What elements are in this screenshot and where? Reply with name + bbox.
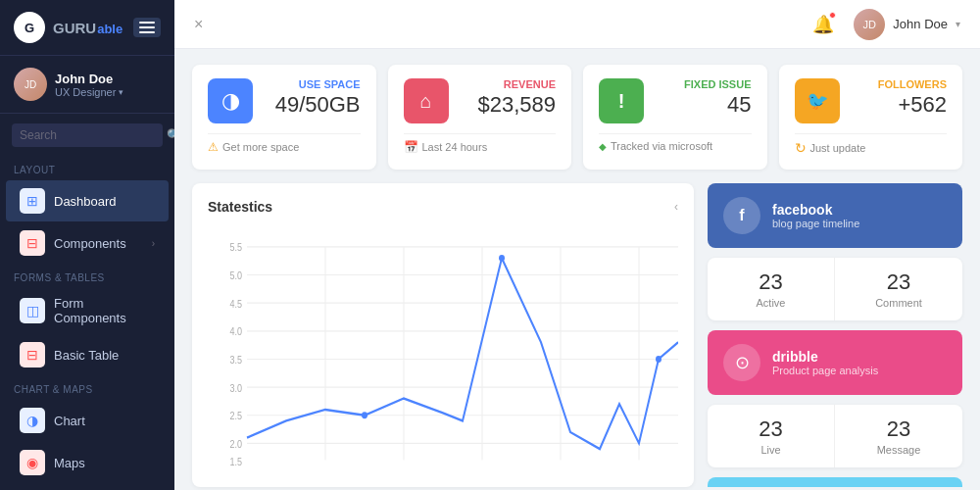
basic-table-label: Basic Table (54, 348, 119, 363)
sidebar-section-layout: Layout ⊞ Dashboard ⊟ Components › (0, 157, 174, 265)
maps-icon: ◉ (20, 450, 45, 475)
facebook-active-stat: 23 Active (708, 258, 835, 320)
svg-text:4.5: 4.5 (230, 298, 242, 310)
topbar-user[interactable]: JD John Doe ▾ (854, 9, 960, 40)
svg-text:3.0: 3.0 (230, 382, 242, 394)
followers-icon: 🐦 (795, 78, 840, 123)
facebook-name: facebook (772, 202, 859, 218)
revenue-footer: 📅 Last 24 hours (404, 133, 557, 154)
main-content: × 🔔 JD John Doe ▾ ◑ Use space 49/50 (174, 0, 980, 490)
form-components-icon: ◫ (20, 298, 45, 323)
sidebar-header: G GURUable (0, 0, 174, 56)
svg-text:5.5: 5.5 (230, 242, 242, 254)
dribble-message-label: Message (851, 444, 947, 456)
followers-footer: ↻ Just update (795, 133, 948, 156)
chart-label: Chart (54, 414, 85, 428)
logo-text: G (24, 21, 34, 35)
page-content: ◑ Use space 49/50GB ⚠ Get more space ⌂ (174, 49, 980, 490)
update-icon: ↻ (795, 140, 807, 156)
svg-text:2.0: 2.0 (230, 438, 242, 450)
facebook-comment-label: Comment (851, 297, 947, 309)
facebook-info: facebook blog page timeline (772, 202, 859, 229)
dashboard-icon: ⊞ (20, 188, 45, 214)
stat-card-use-space: ◑ Use space 49/50GB ⚠ Get more space (192, 65, 376, 170)
svg-text:5.0: 5.0 (230, 270, 242, 282)
sidebar-user: JD John Doe UX Designer ▾ (0, 56, 174, 114)
sidebar-item-basic-table[interactable]: ⊟ Basic Table (6, 334, 169, 375)
user-caret-icon: ▾ (956, 19, 960, 29)
svg-text:3.5: 3.5 (230, 354, 242, 366)
sidebar-item-components[interactable]: ⊟ Components › (6, 222, 169, 264)
fixed-issue-icon: ! (599, 78, 644, 123)
form-components-label: Form Components (54, 296, 155, 325)
search-box[interactable]: 🔍 (12, 123, 163, 147)
dribble-live-label: Live (723, 444, 818, 456)
sidebar-item-dashboard[interactable]: ⊞ Dashboard (6, 180, 169, 221)
followers-label: Followers (878, 78, 947, 90)
chart-icon: ◑ (20, 408, 45, 433)
dribble-message-value: 23 (851, 416, 947, 442)
facebook-stats-card: 23 Active 23 Comment (708, 258, 962, 320)
fixed-issue-value: 45 (727, 92, 751, 118)
bottom-row: Statestics ‹ (192, 183, 962, 487)
revenue-icon: ⌂ (404, 78, 449, 123)
facebook-active-value: 23 (723, 270, 818, 295)
section-title-forms: Forms & Tables (0, 265, 174, 287)
facebook-comment-value: 23 (851, 270, 947, 295)
statistics-header: Statestics ‹ (208, 199, 678, 215)
facebook-active-label: Active (723, 297, 818, 309)
tracked-icon: ◆ (599, 141, 607, 152)
topbar: × 🔔 JD John Doe ▾ (174, 0, 980, 49)
social-panel: f facebook blog page timeline 23 Active … (708, 183, 962, 487)
fixed-issue-label: Fixed issue (684, 78, 751, 90)
svg-point-24 (656, 356, 662, 363)
followers-value: +562 (898, 92, 947, 118)
use-space-icon: ◑ (208, 78, 253, 123)
revenue-value: $23,589 (477, 92, 556, 118)
user-name: John Doe (55, 72, 123, 86)
components-icon: ⊟ (20, 230, 45, 256)
user-info: John Doe UX Designer ▾ (55, 72, 123, 98)
dribble-description: Product page analysis (772, 365, 878, 376)
close-icon[interactable]: × (194, 16, 203, 33)
sidebar: G GURUable JD John Doe UX Designer ▾ 🔍 L… (0, 0, 174, 490)
chart-area: 5.5 5.0 4.5 4.0 3.5 3.0 2.5 2.0 1.5 (208, 224, 678, 471)
search-icon: 🔍 (167, 128, 174, 142)
section-title-charts: Chart & Maps (0, 376, 174, 399)
sidebar-item-form-components[interactable]: ◫ Form Components (6, 288, 169, 333)
dribble-live-value: 23 (723, 416, 818, 442)
use-space-label: Use space (299, 78, 361, 90)
sidebar-item-pages[interactable]: ⊞ Pages › (6, 484, 169, 490)
chevron-right-icon: › (152, 238, 155, 249)
calendar-icon: 📅 (404, 140, 418, 154)
statistics-chart: 5.5 5.0 4.5 4.0 3.5 3.0 2.5 2.0 1.5 (208, 224, 678, 471)
statistics-chevron-icon[interactable]: ‹ (674, 200, 678, 214)
avatar: JD (14, 68, 47, 101)
warning-icon: ⚠ (208, 140, 219, 154)
use-space-value: 49/50GB (275, 92, 361, 118)
hamburger-button[interactable] (133, 18, 161, 37)
dribble-header-card: ⊙ dribble Product page analysis (708, 330, 962, 395)
dribble-stats-card: 23 Live 23 Message (708, 405, 962, 467)
bell-button[interactable]: 🔔 (812, 14, 834, 35)
facebook-comment-stat: 23 Comment (835, 258, 962, 320)
svg-point-22 (362, 412, 368, 418)
dribble-icon: ⊙ (723, 344, 760, 381)
dribble-message-stat: 23 Message (835, 405, 962, 467)
app-name: GURUable (53, 20, 122, 36)
notification-dot (829, 12, 836, 19)
revenue-label: Revenue (504, 78, 556, 90)
stat-card-followers: 🐦 Followers +562 ↻ Just update (779, 65, 963, 170)
sidebar-section-charts: Chart & Maps ◑ Chart ◉ Maps ⊞ Pages › (0, 376, 174, 490)
svg-text:1.5: 1.5 (230, 457, 242, 468)
search-input[interactable] (20, 128, 167, 142)
use-space-footer: ⚠ Get more space (208, 133, 361, 154)
topbar-avatar: JD (854, 9, 885, 40)
stat-card-revenue: ⌂ Revenue $23,589 📅 Last 24 hours (388, 65, 572, 170)
maps-label: Maps (54, 456, 85, 470)
logo: G (14, 12, 45, 43)
sidebar-item-chart[interactable]: ◑ Chart (6, 400, 169, 441)
stat-cards-row: ◑ Use space 49/50GB ⚠ Get more space ⌂ (192, 65, 962, 170)
sidebar-item-maps[interactable]: ◉ Maps (6, 442, 169, 483)
dribble-live-stat: 23 Live (708, 405, 835, 467)
